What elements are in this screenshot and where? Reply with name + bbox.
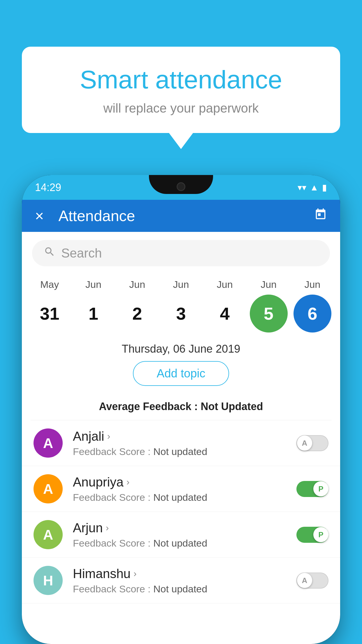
- student-feedback-himanshu: Feedback Score : Not updated: [73, 583, 296, 595]
- speech-bubble-container: Smart attendance will replace your paper…: [22, 47, 340, 133]
- feedback-value-himanshu: Not updated: [153, 583, 207, 594]
- month-jun-1: Jun: [74, 279, 112, 290]
- date-4[interactable]: 4: [206, 295, 244, 332]
- toggle-knob-anupriya: P: [313, 481, 328, 496]
- student-info-arjun: Arjun › Feedback Score : Not updated: [73, 521, 296, 549]
- search-bar[interactable]: Search: [32, 240, 330, 266]
- date-3[interactable]: 3: [162, 295, 200, 332]
- date-1[interactable]: 1: [74, 295, 112, 332]
- toggle-knob-arjun: P: [313, 527, 328, 542]
- date-2[interactable]: 2: [118, 295, 156, 332]
- student-item-himanshu[interactable]: H Himanshu › Feedback Score : Not update…: [22, 558, 340, 603]
- chevron-himanshu: ›: [133, 568, 137, 579]
- avg-feedback: Average Feedback : Not Updated: [22, 400, 340, 413]
- add-topic-container: Add topic: [22, 361, 340, 393]
- student-feedback-anjali: Feedback Score : Not updated: [73, 446, 296, 457]
- avatar-arjun: A: [34, 520, 63, 549]
- signal-icon: ▲: [310, 183, 319, 192]
- toggle-knob-anjali: A: [297, 435, 312, 451]
- battery-icon: ▮: [322, 182, 327, 192]
- toggle-wrapper-himanshu[interactable]: A: [296, 573, 328, 589]
- attendance-toggle-anupriya[interactable]: P: [296, 481, 328, 497]
- student-item-anupriya[interactable]: A Anupriya › Feedback Score : Not update…: [22, 466, 340, 512]
- student-name-anupriya: Anupriya ›: [73, 475, 296, 489]
- status-time: 14:29: [35, 181, 61, 194]
- phone-notch: [149, 175, 213, 194]
- feedback-value-anjali: Not updated: [153, 446, 207, 457]
- student-info-anjali: Anjali › Feedback Score : Not updated: [73, 429, 296, 457]
- date-5-today[interactable]: 5: [250, 295, 288, 332]
- attendance-toggle-himanshu[interactable]: A: [296, 573, 328, 589]
- close-button[interactable]: ×: [35, 207, 44, 225]
- bubble-title: Smart attendance: [45, 64, 317, 95]
- student-item-anjali[interactable]: A Anjali › Feedback Score : Not updated …: [22, 420, 340, 466]
- attendance-toggle-anjali[interactable]: A: [296, 435, 328, 451]
- student-feedback-anupriya: Feedback Score : Not updated: [73, 492, 296, 503]
- avg-feedback-value: Not Updated: [201, 400, 263, 412]
- date-31[interactable]: 31: [31, 295, 68, 332]
- student-name-arjun: Arjun ›: [73, 521, 296, 535]
- avatar-anjali: A: [34, 428, 63, 458]
- student-info-anupriya: Anupriya › Feedback Score : Not updated: [73, 475, 296, 503]
- student-name-anjali: Anjali ›: [73, 429, 296, 444]
- wifi-icon: ▾▾: [298, 182, 306, 192]
- student-list: A Anjali › Feedback Score : Not updated …: [22, 420, 340, 603]
- chevron-anupriya: ›: [126, 477, 130, 487]
- toggle-knob-himanshu: A: [297, 573, 312, 588]
- month-jun-2: Jun: [118, 279, 156, 290]
- avatar-himanshu: H: [34, 566, 63, 595]
- feedback-value-arjun: Not updated: [153, 538, 207, 549]
- calendar-icon[interactable]: [314, 208, 327, 224]
- toggle-wrapper-arjun[interactable]: P: [296, 527, 328, 543]
- date-6-selected[interactable]: 6: [294, 295, 331, 332]
- calendar-dates: 31 1 2 3 4 5 6: [22, 292, 340, 340]
- add-topic-button[interactable]: Add topic: [133, 361, 229, 386]
- toggle-wrapper-anupriya[interactable]: P: [296, 481, 328, 497]
- search-icon: [44, 246, 55, 260]
- feedback-value-anupriya: Not updated: [153, 492, 207, 503]
- month-jun-5: Jun: [250, 279, 288, 290]
- student-feedback-arjun: Feedback Score : Not updated: [73, 538, 296, 549]
- avg-feedback-label: Average Feedback :: [99, 400, 201, 412]
- attendance-toggle-arjun[interactable]: P: [296, 527, 328, 543]
- month-jun-4: Jun: [206, 279, 244, 290]
- avatar-anupriya: A: [34, 474, 63, 503]
- chevron-arjun: ›: [106, 522, 109, 533]
- phone-mockup: 14:29 ▾▾ ▲ ▮ × Attendance: [22, 175, 340, 644]
- student-item-arjun[interactable]: A Arjun › Feedback Score : Not updated P: [22, 512, 340, 558]
- student-info-himanshu: Himanshu › Feedback Score : Not updated: [73, 566, 296, 595]
- speech-bubble: Smart attendance will replace your paper…: [22, 47, 340, 133]
- month-jun-3: Jun: [162, 279, 200, 290]
- calendar-months: May Jun Jun Jun Jun Jun Jun: [22, 274, 340, 292]
- camera-dot: [177, 182, 185, 191]
- month-jun-6: Jun: [294, 279, 331, 290]
- selected-date-display: Thursday, 06 June 2019: [22, 340, 340, 361]
- month-may: May: [31, 279, 68, 290]
- toggle-wrapper-anjali[interactable]: A: [296, 435, 328, 451]
- header-title: Attendance: [58, 207, 314, 225]
- phone-screen: Search May Jun Jun Jun Jun Jun Jun 31 1 …: [22, 232, 340, 644]
- bubble-subtitle: will replace your paperwork: [45, 101, 317, 116]
- student-name-himanshu: Himanshu ›: [73, 566, 296, 581]
- phone-wrapper: 14:29 ▾▾ ▲ ▮ × Attendance: [22, 175, 340, 644]
- app-header: × Attendance: [22, 200, 340, 232]
- chevron-anjali: ›: [107, 431, 110, 442]
- search-placeholder: Search: [61, 246, 102, 260]
- status-bar: 14:29 ▾▾ ▲ ▮: [22, 175, 340, 200]
- status-icons: ▾▾ ▲ ▮: [298, 182, 327, 192]
